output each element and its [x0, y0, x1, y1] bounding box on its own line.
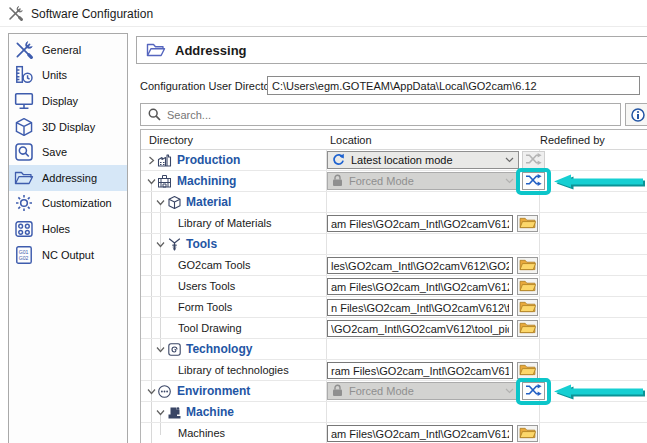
technology-icon [167, 342, 182, 357]
location-path-input[interactable] [327, 278, 513, 295]
monitor-icon [14, 91, 34, 111]
folder-icon [519, 363, 536, 379]
sidebar-item-label: Addressing [42, 172, 97, 184]
location-path-input[interactable] [327, 425, 513, 442]
sidebar-item-label: NC Output [42, 249, 94, 261]
search-input[interactable] [167, 109, 620, 121]
titlebar-separator [0, 26, 647, 27]
callout-arrow-icon [553, 383, 646, 400]
row-label: Environment [177, 384, 250, 398]
save-icon [14, 142, 34, 162]
sidebar-item-customization[interactable]: Customization [9, 191, 127, 217]
expander-down-icon[interactable] [156, 345, 165, 354]
browse-folder-button[interactable] [517, 320, 538, 337]
factory-icon [157, 153, 172, 168]
window-title: Software Configuration [31, 7, 153, 21]
browse-folder-button[interactable] [517, 257, 538, 274]
titlebar: Software Configuration [7, 5, 153, 22]
location-mode-value: Forced Mode [349, 385, 499, 397]
browse-folder-button[interactable] [517, 425, 538, 442]
sidebar-item-label: General [42, 44, 81, 56]
shuffle-icon [525, 174, 542, 189]
location-path-input[interactable] [327, 362, 513, 379]
sidebar-item-nc-output[interactable]: G01G02 NC Output [9, 242, 127, 268]
location-path-input[interactable] [327, 299, 513, 316]
sidebar-item-general[interactable]: General [9, 37, 127, 63]
table-row-tool-drawing: Tool Drawing [141, 318, 647, 339]
sidebar-item-display[interactable]: Display [9, 88, 127, 114]
location-path-input[interactable] [327, 320, 513, 337]
lock-icon [332, 384, 343, 399]
table-row-material: Material [141, 192, 647, 213]
sidebar-item-addressing[interactable]: Addressing [9, 165, 127, 191]
redefine-location-button[interactable] [522, 172, 545, 190]
machine-icon [167, 405, 182, 420]
refresh-icon [332, 153, 345, 168]
crossed-tools-icon [7, 5, 24, 22]
nc-output-icon: G01G02 [14, 245, 34, 265]
expander-down-icon[interactable] [147, 387, 156, 396]
table-row-form-tools: Form Tools [141, 297, 647, 318]
browse-folder-button[interactable] [517, 278, 538, 295]
expander-down-icon[interactable] [147, 177, 156, 186]
tap-tool-icon [167, 237, 182, 252]
browse-folder-button[interactable] [517, 362, 538, 379]
sidebar-item-3d-display[interactable]: 3D Display [9, 114, 127, 140]
units-icon [14, 65, 34, 85]
folder-icon [519, 216, 536, 232]
machining-icon [157, 174, 172, 189]
browse-folder-button[interactable] [517, 299, 538, 316]
folder-icon [519, 321, 536, 337]
chevron-down-icon [505, 178, 514, 184]
lock-icon [332, 174, 343, 189]
open-folder-icon [146, 42, 166, 58]
row-label: Machines [178, 427, 225, 439]
expander-down-icon[interactable] [156, 198, 165, 207]
row-label: Tool Drawing [178, 322, 242, 334]
table-row-tools: Tools [141, 234, 647, 255]
folder-icon [519, 279, 536, 295]
row-label: Material [186, 195, 231, 209]
page-header: Addressing [136, 36, 647, 64]
config-dir-field[interactable] [267, 76, 640, 95]
row-label: Technology [186, 342, 252, 356]
expander-right-icon[interactable] [147, 156, 156, 165]
table-row-production: Production Latest location mode [141, 150, 647, 171]
redefine-location-button [522, 151, 545, 169]
svg-text:G02: G02 [19, 255, 29, 261]
row-label: Production [177, 153, 240, 167]
sidebar: General Units Display 3D Display Save Ad… [8, 33, 128, 443]
sidebar-item-save[interactable]: Save [9, 139, 127, 165]
table-row-environment: Environment Forced Mode [141, 381, 647, 402]
info-button[interactable] [625, 103, 647, 126]
expander-down-icon[interactable] [156, 408, 165, 417]
row-label: Machine [186, 405, 234, 419]
holes-icon [14, 219, 34, 239]
row-label: Tools [186, 237, 217, 251]
redefine-location-button[interactable] [522, 382, 545, 400]
chevron-down-icon [505, 388, 514, 394]
row-label: Library of Materials [178, 217, 272, 229]
location-path-input[interactable] [327, 257, 513, 274]
location-mode-dropdown[interactable]: Latest location mode [327, 151, 519, 169]
open-folder-icon [14, 168, 34, 188]
sidebar-item-holes[interactable]: Holes [9, 216, 127, 242]
expander-down-icon[interactable] [156, 240, 165, 249]
location-path-input[interactable] [327, 215, 513, 232]
table-row-technology: Technology [141, 339, 647, 360]
location-mode-dropdown[interactable]: Forced Mode [327, 382, 519, 400]
sidebar-item-units[interactable]: Units [9, 63, 127, 89]
location-mode-value: Forced Mode [349, 175, 499, 187]
row-label: Form Tools [178, 301, 232, 313]
table-row-machining: Machining Forced Mode [141, 171, 647, 192]
table-row-library-of-materials: Library of Materials [141, 213, 647, 234]
callout-arrow-icon [553, 173, 646, 190]
column-header-location: Location [330, 134, 372, 146]
table-header: Directory Location Redefined by [141, 130, 647, 150]
table-row-machine: Machine [141, 402, 647, 423]
column-header-directory: Directory [149, 134, 193, 146]
shuffle-icon [525, 384, 542, 399]
sidebar-item-label: Display [42, 95, 78, 107]
browse-folder-button[interactable] [517, 215, 538, 232]
location-mode-dropdown[interactable]: Forced Mode [327, 172, 519, 190]
